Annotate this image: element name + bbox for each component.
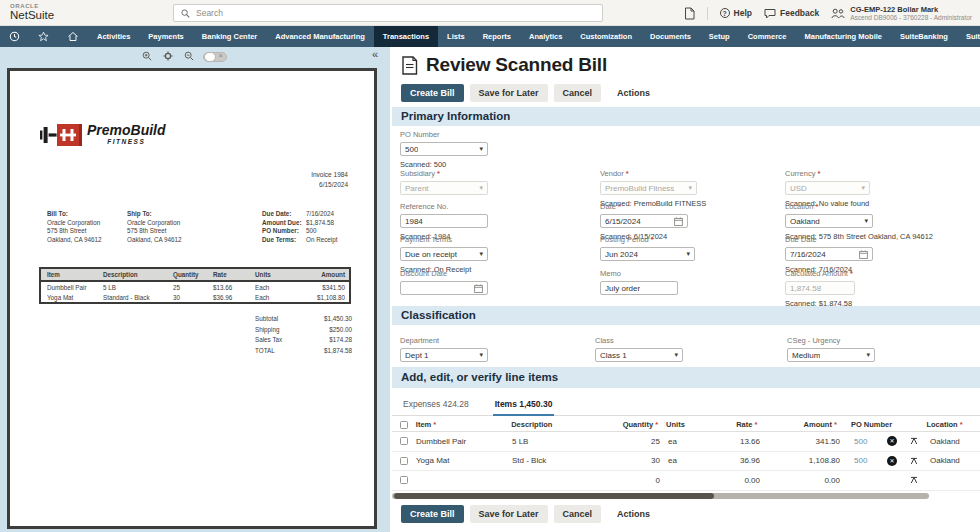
create-bill-button[interactable]: Create Bill [401,505,464,523]
summary-label: PO Number: [262,227,306,236]
reference-no-input[interactable]: 1984 [400,214,488,228]
new-document-button[interactable] [684,7,695,20]
save-for-later-button[interactable]: Save for Later [470,505,548,523]
units-cell[interactable]: ea [660,456,694,465]
calculated-amount-input: 1,874.58 [785,281,855,295]
nav-item-analytics[interactable]: Analytics [520,26,571,47]
calendar-icon[interactable] [859,250,868,259]
summary-label: Due Terms: [262,236,306,245]
amount-cell[interactable]: 0.00 [760,476,840,485]
quantity-cell[interactable]: 30 [600,456,660,465]
nav-item-transactions[interactable]: Transactions [374,26,438,47]
expand-line-icon[interactable] [910,437,918,445]
help-button[interactable]: Help [720,8,752,18]
location-cell[interactable]: Oakland [924,437,980,446]
viewer-toggle-switch[interactable] [203,52,227,62]
bill-to-line: 575 8th Street [47,227,102,236]
nav-item-payments[interactable]: Payments [139,26,192,47]
remove-line-icon[interactable] [887,456,897,466]
home-icon[interactable] [58,26,88,47]
memo-input[interactable]: July order [600,281,678,295]
po-number-link[interactable]: 500 [854,437,867,446]
field-label: Discount Date [400,269,590,278]
item-cell[interactable]: Yoga Mat [416,456,512,465]
items-horizontal-scrollbar[interactable] [392,493,929,499]
amount-cell[interactable]: 1,108.80 [760,456,840,465]
description-cell[interactable]: Std - Blck [512,456,600,465]
rate-cell[interactable]: 0.00 [694,476,760,485]
zoom-in-icon[interactable] [142,51,152,61]
nav-item-reports[interactable]: Reports [474,26,520,47]
invoice-cell: $13.66 [213,284,255,291]
cancel-button[interactable]: Cancel [554,84,602,102]
header-actions: Help Feedback CG-EMP-122 Bollar Mark Asc… [684,0,972,26]
date-input[interactable]: 6/15/2024 [600,214,688,228]
shortcuts-star-icon[interactable] [29,26,58,47]
po-number-link[interactable]: 500 [854,456,867,465]
calendar-icon[interactable] [474,284,483,293]
create-bill-button[interactable]: Create Bill [401,84,464,102]
location-cell[interactable]: Oakland [924,456,980,465]
item-cell[interactable]: Dumbbell Pair [416,437,512,446]
due-date-input[interactable]: 7/16/2024 [785,247,873,261]
bill-to-line: Oracle Corporation [47,219,102,228]
nav-item-commerce[interactable]: Commerce [739,26,796,47]
posting-period-select[interactable]: Jun 2024 [600,247,695,261]
quantity-cell[interactable]: 25 [600,437,660,446]
rate-cell[interactable]: 36.96 [694,456,760,465]
class-select[interactable]: Class 1 [595,348,683,362]
expand-line-icon[interactable] [910,457,918,465]
row-checkbox[interactable] [400,457,408,465]
discount-date-input[interactable] [400,281,488,295]
nav-item-manufacturing-mobile[interactable]: Manufacturing Mobile [795,26,891,47]
fit-to-page-icon[interactable] [163,51,173,61]
page-title-row: Review Scanned Bill [401,54,607,76]
quantity-cell[interactable]: 0 [600,476,660,485]
payment-terms-select[interactable]: Due on receipt [400,247,488,261]
nav-item-documents[interactable]: Documents [641,26,700,47]
search-input[interactable]: Search [173,4,603,22]
units-cell[interactable]: ea [660,437,694,446]
location-select[interactable]: Oakland [785,214,873,228]
calendar-icon[interactable] [674,217,683,226]
user-menu[interactable]: CG-EMP-122 Bollar Mark Ascend DB9006 - 3… [831,5,972,22]
netsuite-wordmark: NetSuite [10,10,54,22]
top-header: ORACLE NetSuite Search Help Feedback CG-… [0,0,980,26]
ship-to-label: Ship To: [127,210,182,219]
expand-line-icon[interactable] [910,476,918,484]
field-label: Posting Period [600,235,790,244]
description-cell[interactable]: 5 LB [512,437,600,446]
amount-cell[interactable]: 341.50 [760,437,840,446]
department-select[interactable]: Dept 1 [400,348,488,362]
collapse-panel-icon[interactable] [372,48,378,60]
date-value: 6/15/2024 [605,217,641,226]
nav-item-lists[interactable]: Lists [438,26,474,47]
row-checkbox[interactable] [400,476,408,484]
nav-item-banking-center[interactable]: Banking Center [193,26,266,47]
remove-line-icon[interactable] [887,436,897,446]
actions-menu-button[interactable]: Actions [617,509,650,519]
feedback-button[interactable]: Feedback [764,8,819,19]
row-checkbox[interactable] [400,437,408,445]
select-all-checkbox[interactable] [400,421,408,429]
nav-item-activities[interactable]: Activities [88,26,139,47]
actions-menu-button[interactable]: Actions [617,88,650,98]
scrollbar-thumb[interactable] [394,493,714,499]
netsuite-logo[interactable]: ORACLE NetSuite [10,3,54,22]
location-value: Oakland [790,217,820,226]
rate-cell[interactable]: 13.66 [694,437,760,446]
recent-records-icon[interactable] [0,26,29,47]
nav-item-customization[interactable]: Customization [571,26,641,47]
nav-item-setup[interactable]: Setup [700,26,739,47]
toolbar-bottom: Create Bill Save for Later Cancel Action… [401,505,650,523]
nav-item-suitebanking[interactable]: SuiteBanking [891,26,957,47]
tab-items[interactable]: Items 1,450.30 [493,396,555,416]
nav-item-advanced-manufacturing[interactable]: Advanced Manufacturing [266,26,374,47]
cancel-button[interactable]: Cancel [554,505,602,523]
cseg-urgency-select[interactable]: Medium [787,348,875,362]
po-number-select[interactable]: 500 [400,142,488,156]
tab-expenses[interactable]: Expenses 424.28 [401,396,471,415]
nav-item-suiteapps[interactable]: SuiteApps [957,26,980,47]
save-for-later-button[interactable]: Save for Later [470,84,548,102]
zoom-out-icon[interactable] [184,51,194,61]
